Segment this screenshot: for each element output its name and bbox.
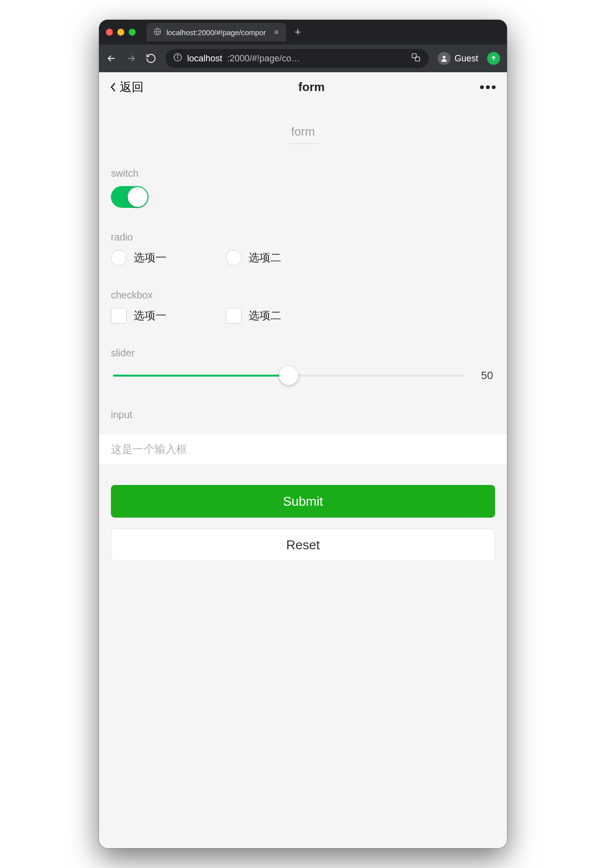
slider-label: slider: [111, 347, 495, 359]
window-controls: [106, 29, 136, 36]
chevron-left-icon: [109, 81, 117, 93]
radio-section: radio 选项一 选项二: [111, 232, 495, 266]
new-tab-button[interactable]: +: [293, 27, 303, 37]
browser-chrome: localhost:2000/#!page/compor × + localho…: [99, 20, 507, 72]
radio-group: 选项一 选项二: [111, 250, 495, 266]
url-host: localhost: [187, 53, 222, 64]
site-info-icon[interactable]: [173, 53, 182, 64]
checkbox-option-1[interactable]: 选项一: [111, 308, 166, 324]
browser-tab[interactable]: localhost:2000/#!page/compor ×: [147, 23, 286, 42]
profile-label: Guest: [454, 53, 478, 64]
page-body: form switch radio 选项一 选项二: [99, 122, 507, 573]
page-subtitle-block: form: [111, 122, 495, 144]
submit-button[interactable]: Submit: [111, 485, 495, 518]
radio-label: radio: [111, 232, 495, 243]
back-label: 返回: [120, 79, 144, 95]
svg-point-6: [443, 56, 445, 58]
app-back-button[interactable]: 返回: [109, 79, 144, 95]
browser-tabbar: localhost:2000/#!page/compor × +: [99, 20, 507, 45]
radio-option-2-label: 选项二: [249, 250, 281, 265]
slider-value: 50: [473, 369, 493, 382]
browser-toolbar: localhost :2000/#!page/co… Guest: [99, 45, 507, 72]
slider-handle[interactable]: [279, 366, 298, 385]
button-row: Submit Reset: [111, 485, 495, 561]
app-menu-button[interactable]: •••: [480, 79, 497, 95]
checkbox-section: checkbox 选项一 选项二: [111, 289, 495, 324]
update-indicator[interactable]: [487, 52, 500, 65]
switch-knob: [128, 187, 148, 207]
radio-option-2[interactable]: 选项二: [226, 250, 281, 266]
svg-point-3: [177, 55, 178, 56]
page-subtitle: form: [287, 122, 319, 144]
slider-control[interactable]: [113, 366, 464, 386]
url-path: :2000/#!page/co…: [227, 53, 300, 64]
app-header: 返回 form •••: [99, 72, 507, 102]
page-title: form: [144, 80, 480, 94]
slider-fill: [113, 375, 289, 377]
checkbox-label: checkbox: [111, 289, 495, 301]
window-maximize-button[interactable]: [129, 29, 136, 36]
input-section: input: [111, 409, 495, 465]
browser-window: localhost:2000/#!page/compor × + localho…: [99, 20, 507, 848]
nav-forward-button[interactable]: [126, 53, 137, 64]
user-icon: [438, 52, 451, 65]
input-label: input: [111, 409, 495, 421]
checkbox-option-1-label: 选项一: [134, 308, 166, 323]
window-close-button[interactable]: [106, 29, 113, 36]
app-viewport: 返回 form ••• form switch radio 选项一: [99, 72, 507, 573]
checkbox-option-2[interactable]: 选项二: [226, 308, 281, 324]
slider-row: 50: [111, 366, 495, 386]
address-bar[interactable]: localhost :2000/#!page/co…: [165, 49, 429, 68]
nav-reload-button[interactable]: [146, 53, 156, 64]
translate-icon[interactable]: [411, 52, 421, 65]
slider-section: slider 50: [111, 347, 495, 386]
switch-section: switch: [111, 168, 495, 208]
text-input[interactable]: [99, 434, 507, 465]
checkbox-option-2-label: 选项二: [249, 308, 281, 323]
reset-button[interactable]: Reset: [111, 529, 495, 561]
radio-icon: [226, 250, 242, 266]
checkbox-icon: [226, 308, 242, 324]
globe-icon: [153, 28, 161, 37]
checkbox-group: 选项一 选项二: [111, 308, 495, 324]
switch-toggle[interactable]: [111, 186, 149, 208]
tab-close-button[interactable]: ×: [274, 27, 279, 38]
checkbox-icon: [111, 308, 127, 324]
tab-title: localhost:2000/#!page/compor: [166, 28, 266, 37]
radio-icon: [111, 250, 127, 266]
radio-option-1-label: 选项一: [134, 250, 166, 265]
switch-label: switch: [111, 168, 495, 179]
profile-button[interactable]: Guest: [438, 52, 478, 65]
window-minimize-button[interactable]: [117, 29, 124, 36]
nav-back-button[interactable]: [106, 53, 117, 64]
radio-option-1[interactable]: 选项一: [111, 250, 166, 266]
